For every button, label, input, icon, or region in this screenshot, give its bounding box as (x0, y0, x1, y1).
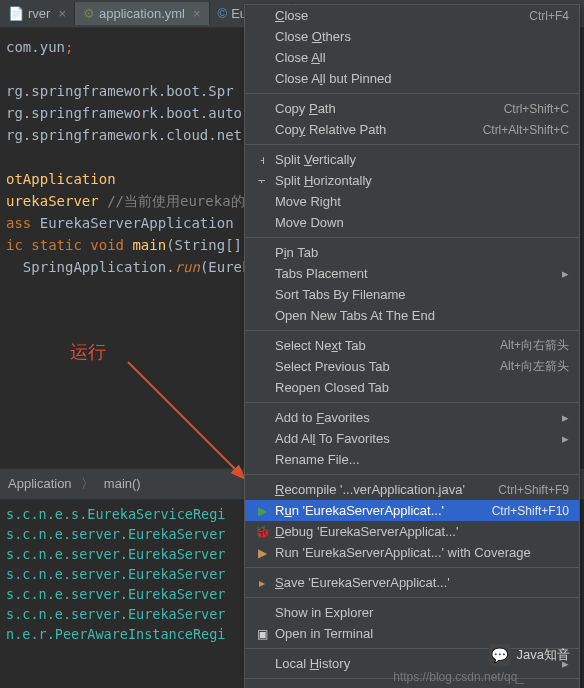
split-v-icon: ⫞ (253, 153, 271, 167)
menu-label: Tabs Placement (275, 266, 556, 281)
menu-item[interactable]: Reopen Closed Tab (245, 377, 579, 398)
menu-item[interactable]: ⫞Split Vertically (245, 149, 579, 170)
menu-item[interactable]: Select Next TabAlt+向右箭头 (245, 335, 579, 356)
menu-label: Pin Tab (275, 245, 569, 260)
coverage-icon: ▶ (253, 546, 271, 560)
menu-shortcut: Ctrl+Shift+F9 (498, 483, 569, 497)
menu-item[interactable]: ▶Run 'EurekaServerApplicat...'Ctrl+Shift… (245, 500, 579, 521)
menu-item[interactable]: Add to Favorites▸ (245, 407, 579, 428)
menu-item[interactable]: Tabs Placement▸ (245, 263, 579, 284)
menu-item[interactable]: 🐞Debug 'EurekaServerApplicat...' (245, 521, 579, 542)
annotation-label: 运行 (70, 340, 106, 364)
menu-label: Split Horizontally (275, 173, 569, 188)
menu-item[interactable]: Close All but Pinned (245, 68, 579, 89)
menu-label: Add to Favorites (275, 410, 556, 425)
wechat-icon: 💬 (489, 644, 511, 666)
menu-label: Save 'EurekaServerApplicat...' (275, 575, 569, 590)
tab-item[interactable]: 📄 rver × (0, 2, 75, 25)
watermark: 💬 Java知音 (489, 644, 570, 666)
split-h-icon: ⫟ (253, 174, 271, 188)
watermark-url: https://blog.csdn.net/qq_ (393, 670, 524, 684)
menu-item[interactable]: Copy Relative PathCtrl+Alt+Shift+C (245, 119, 579, 140)
menu-separator (245, 237, 579, 238)
breadcrumb-item[interactable]: Application (8, 476, 72, 491)
menu-label: Open in Terminal (275, 626, 569, 641)
menu-item[interactable]: Close Others (245, 26, 579, 47)
menu-label: Select Next Tab (275, 338, 500, 353)
menu-separator (245, 402, 579, 403)
debug-icon: 🐞 (253, 525, 271, 539)
menu-item[interactable]: Recompile '...verApplication.java'Ctrl+S… (245, 479, 579, 500)
submenu-arrow-icon: ▸ (562, 431, 569, 446)
tab-item[interactable]: ⚙ application.yml × (75, 2, 210, 25)
menu-shortcut: Alt+向左箭头 (500, 358, 569, 375)
submenu-arrow-icon: ▸ (562, 266, 569, 281)
menu-label: Run 'EurekaServerApplicat...' (275, 503, 492, 518)
menu-item[interactable]: ▶Run 'EurekaServerApplicat...' with Cove… (245, 542, 579, 563)
menu-item[interactable]: Select Previous TabAlt+向左箭头 (245, 356, 579, 377)
chevron-right-icon: 〉 (81, 476, 94, 491)
menu-label: Copy Path (275, 101, 504, 116)
close-icon[interactable]: × (58, 6, 66, 21)
menu-label: Close All but Pinned (275, 71, 569, 86)
menu-shortcut: Ctrl+Shift+C (504, 102, 569, 116)
menu-shortcut: Alt+向右箭头 (500, 337, 569, 354)
menu-item[interactable]: Pin Tab (245, 242, 579, 263)
menu-shortcut: Ctrl+F4 (529, 9, 569, 23)
menu-label: Rename File... (275, 452, 569, 467)
menu-separator (245, 567, 579, 568)
menu-label: Close All (275, 50, 569, 65)
class-icon: © (218, 6, 228, 21)
menu-label: Run 'EurekaServerApplicat...' with Cover… (275, 545, 569, 560)
menu-item[interactable]: CloseCtrl+F4 (245, 5, 579, 26)
menu-item[interactable]: Rename File... (245, 449, 579, 470)
menu-item[interactable]: Move Down (245, 212, 579, 233)
menu-item[interactable]: ▣Open in Terminal (245, 623, 579, 644)
close-icon[interactable]: × (193, 6, 201, 21)
menu-label: Close Others (275, 29, 569, 44)
tab-label: application.yml (99, 6, 185, 21)
menu-separator (245, 330, 579, 331)
menu-label: Recompile '...verApplication.java' (275, 482, 498, 497)
menu-label: Split Vertically (275, 152, 569, 167)
watermark-label: Java知音 (517, 646, 570, 664)
yaml-icon: ⚙ (83, 6, 95, 21)
breadcrumb-item[interactable]: main() (104, 476, 141, 491)
menu-item[interactable]: Close All (245, 47, 579, 68)
save-icon: ▸ (253, 576, 271, 590)
menu-label: Select Previous Tab (275, 359, 500, 374)
menu-label: Move Down (275, 215, 569, 230)
tab-label: rver (28, 6, 50, 21)
context-menu: CloseCtrl+F4Close OthersClose AllClose A… (244, 4, 580, 688)
menu-separator (245, 474, 579, 475)
menu-label: Close (275, 8, 529, 23)
menu-separator (245, 93, 579, 94)
menu-separator (245, 144, 579, 145)
menu-item[interactable]: Show in Explorer (245, 602, 579, 623)
menu-label: Move Right (275, 194, 569, 209)
menu-label: Reopen Closed Tab (275, 380, 569, 395)
menu-item[interactable]: Move Right (245, 191, 579, 212)
menu-separator (245, 597, 579, 598)
menu-item[interactable]: ▸Save 'EurekaServerApplicat...' (245, 572, 579, 593)
class-icon: 📄 (8, 6, 24, 21)
menu-item[interactable]: ⫟Split Horizontally (245, 170, 579, 191)
menu-shortcut: Ctrl+Shift+F10 (492, 504, 569, 518)
terminal-icon: ▣ (253, 627, 271, 641)
submenu-arrow-icon: ▸ (562, 410, 569, 425)
menu-label: Copy Relative Path (275, 122, 483, 137)
run-icon: ▶ (253, 504, 271, 518)
menu-label: Add All To Favorites (275, 431, 556, 446)
menu-item[interactable]: Open New Tabs At The End (245, 305, 579, 326)
menu-label: Show in Explorer (275, 605, 569, 620)
menu-label: Open New Tabs At The End (275, 308, 569, 323)
menu-item[interactable]: Sort Tabs By Filename (245, 284, 579, 305)
menu-label: Sort Tabs By Filename (275, 287, 569, 302)
menu-item[interactable]: Copy PathCtrl+Shift+C (245, 98, 579, 119)
menu-label: Debug 'EurekaServerApplicat...' (275, 524, 569, 539)
menu-item[interactable]: Add All To Favorites▸ (245, 428, 579, 449)
menu-shortcut: Ctrl+Alt+Shift+C (483, 123, 569, 137)
